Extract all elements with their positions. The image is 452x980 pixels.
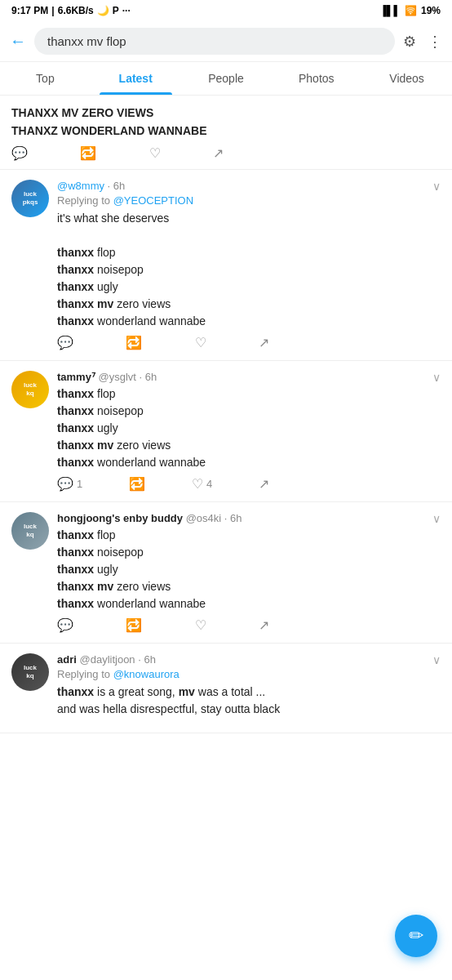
like-icon-1: ♡ [195, 335, 206, 350]
tab-latest[interactable]: Latest [91, 62, 181, 95]
search-tabs: TopLatestPeoplePhotosVideos [0, 62, 452, 96]
tweet-2-handle[interactable]: @ysglvt [99, 371, 136, 383]
search-header: ← ⚙ ⋮ [0, 21, 452, 62]
like-icon-3: ♡ [195, 617, 206, 633]
retweet-button-1[interactable]: 🔁 [126, 335, 142, 350]
network-speed: | [51, 5, 54, 16]
share-button-3[interactable]: ↗ [259, 617, 269, 633]
tweet-1-content: @w8mmy · 6h ∨ Replying to @YEOCEPTION it… [57, 180, 441, 350]
avatar-label-tweet-3: luckkq [22, 521, 38, 540]
tab-photos[interactable]: Photos [271, 62, 361, 95]
retweet-button-partial[interactable]: 🔁 [80, 145, 96, 161]
like-button-3[interactable]: ♡ [195, 617, 206, 633]
compose-button[interactable]: ✏ [395, 915, 437, 957]
reply-icon-1: 💬 [57, 335, 73, 350]
network-speed-value: 6.6KB/s [58, 5, 94, 16]
retweet-icon-1: 🔁 [126, 335, 142, 350]
tweet-4: luckkq adri @daylitjoon · 6h ∨ Replying … [0, 644, 452, 733]
reply-icon-2: 💬 [57, 476, 73, 492]
tweet-3-more[interactable]: ∨ [432, 512, 441, 525]
tweet-1-text: it's what she deserves thanxx flop thanx… [57, 210, 441, 330]
tweet-1-replyto-user[interactable]: @YEOCEPTION [113, 194, 193, 207]
wifi-icon: 🛜 [405, 5, 417, 16]
share-icon: ↗ [213, 145, 224, 161]
moon-icon: 🌙 [97, 5, 109, 16]
tweet-3-meta: hongjoong's enby buddy @os4ki · 6h [57, 512, 242, 524]
tab-people[interactable]: People [181, 62, 272, 95]
tweet-4-header: adri @daylitjoon · 6h ∨ [57, 653, 441, 666]
tweet-4-time: · 6h [138, 653, 156, 666]
partial-tweet: THANXX MV ZERO VIEWS THANXZ WONDERLAND W… [0, 96, 452, 170]
retweet-icon-3: 🔁 [126, 617, 142, 633]
share-button-1[interactable]: ↗ [259, 335, 269, 350]
tweet-2-more[interactable]: ∨ [432, 371, 441, 384]
search-action-icons: ⚙ ⋮ [403, 33, 442, 51]
tab-top[interactable]: Top [0, 62, 91, 95]
time-display: 9:17 PM [11, 5, 48, 16]
avatar-label-tweet-4: luckkq [22, 662, 38, 681]
tweet-4-text: thanxx is a great song, mv was a total .… [57, 684, 441, 718]
tweet-1-header: @w8mmy · 6h ∨ [57, 180, 441, 193]
share-icon-2: ↗ [259, 476, 269, 492]
share-button-2[interactable]: ↗ [259, 476, 269, 492]
search-input[interactable] [34, 28, 395, 55]
tweet-1-username[interactable]: @w8mmy [57, 180, 104, 192]
share-icon-3: ↗ [259, 617, 269, 633]
filter-icon[interactable]: ⚙ [403, 33, 416, 51]
tweet-4-replyto: Replying to @knowaurora [57, 668, 441, 680]
retweet-button-2[interactable]: 🔁 [129, 476, 145, 492]
battery-value: 19% [421, 5, 441, 16]
share-icon-1: ↗ [259, 335, 269, 350]
reply-button-1[interactable]: 💬 [57, 335, 73, 350]
tweet-3-handle[interactable]: @os4ki [186, 512, 222, 524]
like-icon-2: ♡ [192, 476, 203, 492]
tweet-1-meta: @w8mmy · 6h [57, 180, 125, 192]
back-button[interactable]: ← [10, 32, 26, 51]
tweet-4-handle[interactable]: @daylitjoon [79, 653, 135, 666]
more-options-icon[interactable]: ⋮ [428, 33, 442, 51]
tweet-2-header: tammy⁷ @ysglvt · 6h ∨ [57, 371, 441, 384]
like-button-1[interactable]: ♡ [195, 335, 206, 350]
retweet-button-3[interactable]: 🔁 [126, 617, 142, 633]
reply-button-partial[interactable]: 💬 [11, 145, 28, 161]
tab-videos[interactable]: Videos [361, 62, 452, 95]
reply-button-3[interactable]: 💬 [57, 617, 73, 633]
partial-tweet-text: THANXX MV ZERO VIEWS THANXZ WONDERLAND W… [11, 104, 441, 140]
avatar-label-tweet-2: luckkq [22, 380, 38, 399]
avatar-label-tweet-1: luckpkqs [21, 189, 40, 207]
tweet-3-displayname: hongjoong's enby buddy [57, 512, 183, 524]
tweet-3: luckkq hongjoong's enby buddy @os4ki · 6… [0, 502, 452, 644]
tweet-4-more[interactable]: ∨ [432, 653, 441, 666]
tweet-2-time: · 6h [140, 371, 157, 383]
status-left: 9:17 PM | 6.6KB/s 🌙 P ··· [11, 5, 131, 16]
signal-icon: ▐▌▌ [379, 5, 401, 16]
like-count-2: 4 [206, 478, 212, 490]
reply-button-2[interactable]: 💬 1 [57, 476, 82, 492]
tweet-4-replyto-user[interactable]: @knowaurora [113, 668, 179, 680]
tweet-4-meta: adri @daylitjoon · 6h [57, 653, 156, 666]
tweet-1-time: · 6h [108, 180, 126, 192]
status-bar: 9:17 PM | 6.6KB/s 🌙 P ··· ▐▌▌ 🛜 19% [0, 0, 452, 21]
tweet-1-replyto: Replying to @YEOCEPTION [57, 194, 441, 207]
partial-tweet-actions: 💬 🔁 ♡ ↗ [11, 145, 224, 161]
tweet-4-content: adri @daylitjoon · 6h ∨ Replying to @kno… [57, 653, 441, 723]
avatar-tweet-4: luckkq [11, 653, 49, 691]
tweet-2-meta: tammy⁷ @ysglvt · 6h [57, 371, 157, 383]
share-button-partial[interactable]: ↗ [213, 145, 224, 161]
tweet-3-content: hongjoong's enby buddy @os4ki · 6h ∨ tha… [57, 512, 441, 633]
tweet-1: luckpkqs @w8mmy · 6h ∨ Replying to @YEOC… [0, 170, 452, 361]
reply-icon: 💬 [11, 145, 28, 161]
reply-icon-3: 💬 [57, 617, 73, 633]
tweet-3-time: · 6h [224, 512, 242, 524]
tweet-4-displayname: adri [57, 653, 77, 666]
like-button-2[interactable]: ♡ 4 [192, 476, 212, 492]
like-icon: ♡ [149, 145, 161, 161]
tweet-3-text: thanxx flop thanxx noisepop thanxx ugly … [57, 527, 441, 612]
tweet-1-more[interactable]: ∨ [432, 180, 441, 193]
retweet-icon-2: 🔁 [129, 476, 145, 492]
avatar-tweet-1: luckpkqs [11, 180, 49, 217]
tweet-3-header: hongjoong's enby buddy @os4ki · 6h ∨ [57, 512, 441, 525]
dots-icon: ··· [122, 5, 131, 16]
tweet-1-actions: 💬 🔁 ♡ ↗ [57, 335, 269, 350]
like-button-partial[interactable]: ♡ [149, 145, 161, 161]
